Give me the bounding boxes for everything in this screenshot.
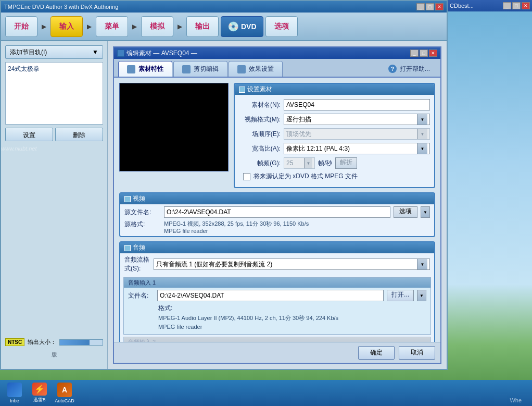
cdbest-maximize-btn[interactable]: □: [512, 2, 521, 9]
audio-input-1-open-btn[interactable]: 打开...: [387, 290, 414, 301]
aspect-ratio-row: 宽高比(A): 像素比 12:11 (PAL 4:3) ▼: [239, 143, 430, 154]
audio-section: 音频 音频流格式(S): 只有音频流 1 (假如有必要复制到音频流 2) ▼ 音: [119, 241, 435, 342]
options-btn[interactable]: 选项: [394, 206, 417, 218]
nav-output-btn[interactable]: 输出: [186, 16, 219, 37]
audio-format-label: 音频流格式(S):: [124, 255, 150, 273]
taskbar-item-autocad[interactable]: A AutoCAD: [54, 383, 75, 403]
framerate-select[interactable]: 25 ▼: [284, 157, 315, 169]
audio-format-row: 音频流格式(S): 只有音频流 1 (假如有必要复制到音频流 2) ▼: [120, 253, 434, 275]
audio-input-1-file-input[interactable]: [157, 290, 384, 301]
properties-tab-icon: [127, 65, 135, 73]
dialog-content: 设置素材 素材名(N): 视频格式(M): 逐行扫描: [114, 78, 440, 342]
video-format-select[interactable]: 逐行扫描 ▼: [284, 114, 430, 125]
help-btn[interactable]: ? 打开帮助...: [382, 61, 436, 77]
audio-format-arrow[interactable]: ▼: [417, 259, 427, 269]
taskbar-item-tribe[interactable]: tribe: [4, 383, 25, 403]
settings-panel: 设置素材 素材名(N): 视频格式(M): 逐行扫描: [234, 83, 435, 188]
nav-simulate-btn[interactable]: 模拟: [141, 16, 173, 37]
thunder-label: 迅雷5: [33, 397, 45, 403]
name-input[interactable]: [284, 99, 430, 110]
source-file-input[interactable]: [164, 206, 390, 218]
tab-cut-edit[interactable]: 剪切编辑: [173, 61, 227, 77]
framerate-unit: 帧/秒: [318, 159, 332, 168]
maximize-btn[interactable]: □: [426, 3, 434, 10]
nav-menu-btn[interactable]: 菜单: [96, 16, 128, 37]
audio-input-1-format-label: 格式:: [158, 303, 426, 313]
track-list: 24式太极拳: [5, 62, 103, 125]
cancel-btn[interactable]: 取消: [399, 346, 435, 360]
audio-input-2-header: 音频输入 2: [124, 337, 430, 342]
dialog-maximize-btn[interactable]: □: [420, 50, 428, 57]
autocad-label: AutoCAD: [55, 398, 74, 403]
add-track-btn[interactable]: 添加节目轨(I) ▼: [5, 45, 103, 59]
tab-effects[interactable]: 效果设置: [229, 61, 283, 77]
source-format-row: 源格式: MPEG-1 视频, 352x288, 25 fps, 11分 30秒…: [120, 220, 434, 236]
dialog-minimize-btn[interactable]: _: [410, 50, 419, 57]
nav-arrow-1: ▶: [40, 23, 48, 30]
cdbest-title: CDbest...: [450, 3, 474, 9]
field-order-label: 场顺序(E):: [239, 130, 281, 139]
aspect-select[interactable]: 像素比 12:11 (PAL 4:3) ▼: [284, 143, 430, 154]
delete-btn[interactable]: 删除: [55, 128, 103, 141]
main-title: TMPGEnc DVD Author 3 with DivX Authoring: [4, 4, 118, 10]
xdvd-label: 将来源认定为 xDVD 格式 MPEG 文件: [254, 172, 358, 181]
field-order-arrow[interactable]: ▼: [417, 129, 427, 139]
watermark: www.niubt.net: [1, 145, 36, 152]
video-fmt-label: 视频格式(M):: [239, 115, 281, 124]
nav-start-btn[interactable]: 开始: [5, 16, 37, 37]
dialog-title-icon: [117, 50, 124, 57]
nav-options-btn[interactable]: 选项: [265, 16, 298, 37]
output-label: 输出大小：: [28, 338, 56, 346]
nav-arrow-2: ▶: [85, 23, 94, 30]
taskbar: tribe ⚡ 迅雷5 A AutoCAD Whe: [0, 380, 532, 406]
cdbest-titlebar: CDbest... _ □ ✕: [448, 0, 532, 11]
cdbest-close-btn[interactable]: ✕: [522, 2, 530, 9]
aspect-arrow[interactable]: ▼: [417, 143, 427, 154]
tribe-icon: [7, 383, 22, 397]
nav-dvd-btn[interactable]: 💿 DVD: [221, 16, 263, 37]
dialog-footer: 确定 取消: [114, 342, 440, 363]
aspect-label: 宽高比(A):: [239, 144, 281, 153]
video-source-section: 视频 源文件名: 选项 ▼ 源格式: MPEG-1 视频, 352x288, 2…: [119, 192, 435, 237]
minimize-btn[interactable]: _: [416, 3, 425, 10]
options-arrow-btn[interactable]: ▼: [421, 206, 430, 218]
sidebar-version: 版: [1, 351, 107, 359]
audio-input-1-open-arrow[interactable]: ▼: [417, 290, 426, 301]
cut-edit-tab-icon: [182, 65, 191, 73]
dialog-titlebar: 编辑素材 — AVSEQ04 — _ □ ✕: [114, 47, 440, 59]
audio-input-1-format-line2: MPEG file reader: [158, 323, 426, 331]
settings-panel-body: 素材名(N): 视频格式(M): 逐行扫描 ▼: [235, 95, 434, 187]
setup-btn[interactable]: 设置: [5, 128, 53, 141]
dialog-close-btn[interactable]: ✕: [429, 50, 437, 57]
tab-properties[interactable]: 素材特性: [118, 61, 172, 77]
ok-btn[interactable]: 确定: [358, 346, 395, 360]
edit-dialog: 编辑素材 — AVSEQ04 — _ □ ✕ 素材特性 剪切编辑: [113, 46, 441, 364]
close-btn[interactable]: ✕: [435, 3, 444, 10]
detection-text: Whe: [510, 397, 522, 403]
dvd-disc-icon: 💿: [227, 21, 239, 32]
framerate-label: 帧频(G):: [239, 159, 281, 168]
main-titlebar: TMPGEnc DVD Author 3 with DivX Authoring…: [1, 1, 447, 13]
audio-input-1-section: 音频输入 1 文件名: 打开... ▼ 格式: MPEG-1 Audio Lay…: [123, 277, 431, 335]
parse-btn[interactable]: 解折: [335, 157, 357, 169]
nav-input-btn[interactable]: 输入: [50, 16, 83, 37]
video-preview: [119, 83, 229, 171]
video-format-arrow[interactable]: ▼: [417, 114, 427, 125]
xdvd-checkbox[interactable]: [243, 173, 250, 180]
cdbest-minimize-btn[interactable]: _: [503, 2, 511, 9]
left-sidebar: 添加节目轨(I) ▼ 24式太极拳 设置 删除 www.niubt.net NT…: [1, 41, 108, 369]
source-format-line1: MPEG-1 视频, 352x288, 25 fps, 11分 30秒 96, …: [164, 220, 309, 228]
dialog-title: 编辑素材 — AVSEQ04 —: [117, 49, 197, 58]
framerate-row: 帧频(G): 25 ▼ 帧/秒 解折: [239, 157, 430, 169]
settings-icon: [239, 87, 245, 93]
audio-input-1-file-row: 文件名: 打开... ▼: [124, 288, 430, 303]
audio-input-1-format-line1: MPEG-1 Audio Layer II (MP2), 44100 Hz, 2…: [158, 314, 426, 323]
audio-input-2-section: 音频输入 2 文件名: 打开... ▼ 格式:: [123, 337, 431, 342]
taskbar-item-thunder[interactable]: ⚡ 迅雷5: [29, 383, 50, 403]
nav-arrow-3: ▶: [130, 23, 139, 30]
audio-format-select[interactable]: 只有音频流 1 (假如有必要复制到音频流 2) ▼: [154, 259, 430, 270]
field-order-select[interactable]: 顶场优先 ▼: [284, 128, 430, 140]
dropdown-arrow-icon: ▼: [92, 48, 98, 56]
dialog-tabs: 素材特性 剪切编辑 效果设置 ? 打开帮助...: [114, 59, 440, 78]
framerate-arrow[interactable]: ▼: [304, 158, 312, 168]
